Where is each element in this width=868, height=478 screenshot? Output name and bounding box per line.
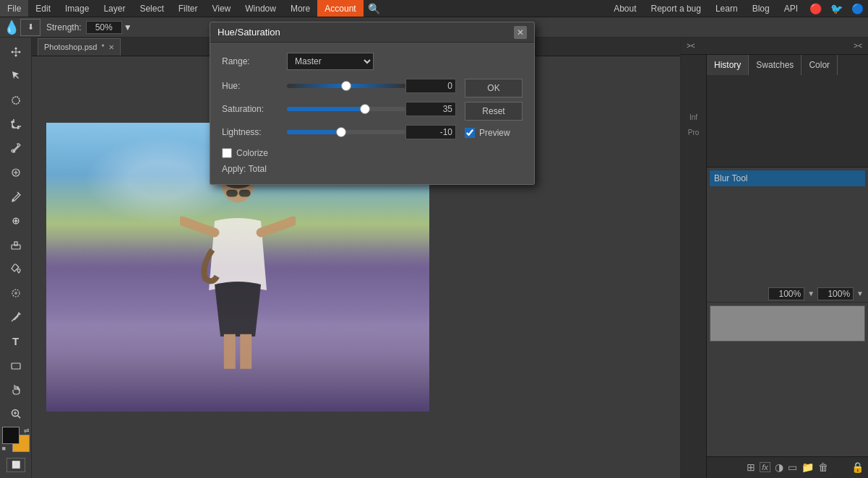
- menu-account[interactable]: Account: [317, 0, 363, 17]
- panel-collapse-left[interactable]: ><: [684, 42, 698, 50]
- zoom-value-2: 100%: [817, 287, 854, 300]
- half-circle-icon[interactable]: ◑: [775, 461, 783, 473]
- menu-window[interactable]: Window: [238, 0, 283, 17]
- tool-blur[interactable]: [4, 282, 28, 304]
- document-tab[interactable]: Photoshop.psd * ✕: [38, 38, 121, 56]
- hue-value[interactable]: 0: [405, 79, 456, 93]
- tab-swatches[interactable]: Swatches: [749, 55, 802, 75]
- tool-text[interactable]: T: [4, 330, 28, 352]
- hue-slider[interactable]: [287, 84, 405, 88]
- right-color-swatch: [710, 305, 865, 342]
- saturation-slider[interactable]: [287, 107, 405, 111]
- strength-dropdown[interactable]: ▼: [122, 21, 134, 34]
- tool-fill[interactable]: [4, 258, 28, 280]
- tool-eraser[interactable]: [4, 233, 28, 256]
- ok-button[interactable]: OK: [465, 79, 523, 97]
- menu-about[interactable]: About: [606, 0, 643, 17]
- svg-rect-20: [240, 334, 252, 369]
- lightness-value[interactable]: -10: [405, 125, 456, 139]
- right-panel: >< >< Inf Pro History Swatches Color Blu: [680, 38, 868, 478]
- inf-pro-section: Inf Pro: [681, 55, 707, 478]
- menu-layer[interactable]: Layer: [96, 0, 132, 17]
- menu-api[interactable]: API: [777, 0, 805, 17]
- preview-checkbox[interactable]: [465, 128, 475, 138]
- svg-point-2: [12, 97, 20, 104]
- panel-top-section: >< ><: [681, 38, 868, 55]
- svg-rect-22: [239, 190, 251, 197]
- menu-view[interactable]: View: [205, 0, 238, 17]
- range-label: Range:: [222, 56, 287, 66]
- tool-hand[interactable]: [4, 378, 28, 401]
- fx-icon[interactable]: fx: [760, 462, 770, 472]
- tool-pen[interactable]: [4, 305, 28, 328]
- inf-label: Inf: [687, 113, 700, 122]
- swap-colors-icon[interactable]: ⇄: [24, 427, 30, 434]
- lightness-slider[interactable]: [287, 130, 405, 134]
- menu-edit[interactable]: Edit: [28, 0, 58, 17]
- saturation-slider-container: [287, 103, 405, 115]
- preview-label: Preview: [479, 128, 510, 138]
- menu-blog[interactable]: Blog: [745, 0, 777, 17]
- document-tab-title: Photoshop.psd: [44, 43, 97, 51]
- svg-point-7: [14, 220, 17, 222]
- reset-button[interactable]: Reset: [465, 102, 523, 121]
- facebook-icon[interactable]: 🔵: [847, 3, 868, 14]
- colorize-row: Colorize: [222, 148, 456, 158]
- svg-point-11: [14, 292, 17, 295]
- lightness-slider-container: [287, 126, 405, 138]
- colorize-checkbox[interactable]: [222, 148, 232, 158]
- strength-value: 50%: [86, 21, 122, 34]
- tool-spot-heal[interactable]: [4, 161, 28, 183]
- tab-close-button[interactable]: ✕: [108, 43, 114, 51]
- trash-icon[interactable]: 🗑: [818, 461, 828, 473]
- tool-crop[interactable]: [4, 113, 28, 135]
- hue-sat-close-button[interactable]: ✕: [514, 26, 527, 39]
- foreground-color-swatch[interactable]: [2, 427, 20, 444]
- hs-main-content: Hue: 0 Saturation: 35 Lightness:: [222, 79, 523, 174]
- svg-line-14: [17, 415, 20, 418]
- tool-mode-btn[interactable]: ⬇: [20, 19, 40, 36]
- quick-mask-btn[interactable]: ⬜: [7, 458, 25, 472]
- tab-color[interactable]: Color: [802, 55, 838, 75]
- rect-icon[interactable]: ▭: [788, 461, 797, 473]
- tab-history[interactable]: History: [707, 55, 749, 75]
- colorize-label: Colorize: [236, 148, 268, 158]
- history-item-blur[interactable]: Blur Tool: [710, 170, 865, 186]
- folder-icon[interactable]: 📁: [802, 461, 814, 473]
- panel-collapse-right[interactable]: ><: [851, 42, 865, 50]
- menu-more[interactable]: More: [283, 0, 317, 17]
- tool-clone[interactable]: [4, 209, 28, 232]
- tool-shape[interactable]: [4, 354, 28, 376]
- range-select[interactable]: Master Reds Yellows Greens Cyans Blues M…: [287, 53, 374, 70]
- menu-report-bug[interactable]: Report a bug: [644, 0, 708, 17]
- apply-row: Apply: Total: [222, 164, 456, 174]
- lightness-row: Lightness: -10: [222, 125, 456, 139]
- menu-image[interactable]: Image: [58, 0, 96, 17]
- menu-select[interactable]: Select: [132, 0, 171, 17]
- menu-learn[interactable]: Learn: [708, 0, 745, 17]
- hue-sat-body: Range: Master Reds Yellows Greens Cyans …: [210, 43, 534, 184]
- link-icon[interactable]: ⊞: [747, 461, 755, 473]
- tool-eyedropper[interactable]: [4, 137, 28, 160]
- zoom-dropdown-1[interactable]: ▼: [807, 290, 815, 297]
- tool-lasso[interactable]: [4, 89, 28, 111]
- twitter-icon[interactable]: 🐦: [826, 3, 847, 14]
- search-icon[interactable]: 🔍: [368, 3, 380, 14]
- menu-filter[interactable]: Filter: [171, 0, 205, 17]
- svg-rect-21: [226, 190, 238, 197]
- tool-icon-water[interactable]: 💧: [3, 19, 20, 36]
- tool-brush[interactable]: [4, 185, 28, 207]
- reddit-icon[interactable]: 🔴: [805, 3, 826, 14]
- saturation-label: Saturation:: [222, 104, 287, 114]
- right-mid-section: 100% ▼ 100% ▼: [707, 286, 868, 303]
- default-colors-icon[interactable]: ■: [2, 445, 6, 452]
- preview-row: Preview: [465, 128, 523, 138]
- menu-file[interactable]: File: [0, 0, 28, 17]
- tool-zoom[interactable]: [4, 402, 28, 425]
- range-row: Range: Master Reds Yellows Greens Cyans …: [222, 53, 523, 70]
- zoom-dropdown-2[interactable]: ▼: [856, 290, 864, 297]
- saturation-value[interactable]: 35: [405, 102, 456, 116]
- top-menu-bar: File Edit Image Layer Select Filter View…: [0, 0, 868, 17]
- tool-select-arrow[interactable]: [4, 64, 28, 87]
- tool-move[interactable]: [4, 40, 28, 63]
